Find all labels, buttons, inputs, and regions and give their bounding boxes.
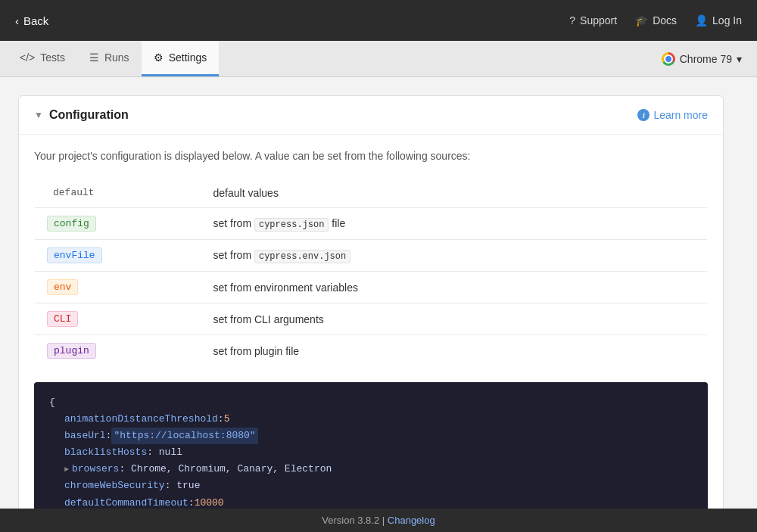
source-key-envfile: envFile — [47, 247, 102, 263]
card-title: ▼ Configuration — [34, 108, 129, 122]
sources-table: default default values config set from c… — [34, 177, 708, 367]
login-button[interactable]: 👤 Log In — [695, 14, 742, 26]
code-line-baseurl: baseUrl: "https://localhost:8080" — [64, 428, 693, 444]
code-line-blacklisthosts: blacklistHosts: null — [64, 444, 693, 461]
tab-runs-label: Runs — [104, 51, 129, 64]
triangle-right-icon[interactable]: ► — [64, 463, 69, 476]
tab-runs[interactable]: ☰ Runs — [77, 41, 142, 76]
browser-selector[interactable]: Chrome 79 ▾ — [654, 49, 749, 69]
info-icon: i — [637, 109, 650, 121]
source-value-plugin: set from plugin file — [201, 335, 708, 367]
learn-more-link[interactable]: i Learn more — [637, 109, 708, 121]
source-value-envfile: set from cypress.env.json — [201, 240, 708, 272]
code-line-brace-open: { — [49, 394, 693, 411]
config-description: Your project's configuration is displaye… — [34, 150, 708, 162]
chrome-icon — [662, 52, 675, 66]
source-key-default: default — [47, 185, 101, 200]
card-header: ▼ Configuration i Learn more — [19, 96, 723, 135]
source-key-env: env — [47, 279, 78, 295]
source-row-default: default default values — [35, 178, 708, 208]
main-content: ▼ Configuration i Learn more Your projec… — [0, 77, 742, 532]
list-icon: ☰ — [89, 51, 99, 64]
code-line-animation: animationDistanceThreshold: 5 — [64, 411, 693, 428]
code-icon: </> — [20, 51, 35, 64]
cypress-json-label: cypress.json — [254, 218, 329, 232]
chevron-down-icon: ▾ — [737, 53, 742, 65]
source-value-env: set from environment variables — [201, 272, 708, 303]
header-actions: ? Support 🎓 Docs 👤 Log In — [569, 14, 742, 26]
footer: Version 3.8.2 | Changelog — [0, 509, 757, 532]
header: ‹ Back ? Support 🎓 Docs 👤 Log In — [0, 0, 757, 41]
source-row-config: config set from cypress.json file — [35, 208, 708, 240]
configuration-title: Configuration — [49, 108, 129, 122]
tabs-bar: </> Tests ☰ Runs ⚙ Settings Chrome 79 ▾ — [0, 41, 757, 77]
tab-tests-label: Tests — [40, 51, 65, 64]
docs-button[interactable]: 🎓 Docs — [635, 14, 677, 26]
changelog-link[interactable]: Changelog — [388, 515, 435, 526]
chevron-left-icon: ‹ — [15, 14, 19, 27]
support-label: Support — [580, 14, 617, 26]
support-button[interactable]: ? Support — [569, 14, 617, 26]
back-label: Back — [23, 14, 48, 27]
version-text: Version 3.8.2 | Changelog — [322, 515, 435, 526]
back-button[interactable]: ‹ Back — [15, 14, 48, 27]
code-line-chromewebsecurity: chromeWebSecurity: true — [64, 478, 693, 494]
source-row-envfile: envFile set from cypress.env.json — [35, 240, 708, 272]
tab-settings[interactable]: ⚙ Settings — [142, 41, 220, 76]
code-line-browsers: ►browsers: Chrome, Chromium, Canary, Ele… — [64, 461, 693, 478]
browser-label: Chrome 79 — [680, 53, 732, 65]
tab-tests[interactable]: </> Tests — [8, 41, 77, 76]
cypress-env-json-label: cypress.env.json — [254, 250, 350, 263]
source-row-cli: CLI set from CLI arguments — [35, 303, 708, 335]
source-key-plugin: plugin — [47, 343, 96, 359]
card-body: Your project's configuration is displaye… — [19, 135, 723, 532]
learn-more-label: Learn more — [653, 109, 708, 121]
source-value-default: default values — [201, 178, 708, 208]
docs-label: Docs — [653, 14, 677, 26]
source-row-env: env set from environment variables — [35, 272, 708, 303]
source-value-config: set from cypress.json file — [201, 208, 708, 240]
collapse-icon[interactable]: ▼ — [34, 110, 43, 120]
source-row-plugin: plugin set from plugin file — [35, 335, 708, 367]
login-label: Log In — [712, 14, 742, 26]
gear-icon: ⚙ — [154, 51, 164, 64]
support-icon: ? — [569, 14, 575, 26]
configuration-card: ▼ Configuration i Learn more Your projec… — [18, 95, 724, 532]
docs-icon: 🎓 — [635, 14, 648, 26]
tab-settings-label: Settings — [169, 51, 207, 64]
source-value-cli: set from CLI arguments — [201, 303, 708, 335]
source-key-cli: CLI — [47, 311, 78, 327]
source-key-config: config — [47, 216, 96, 232]
person-icon: 👤 — [695, 14, 708, 26]
